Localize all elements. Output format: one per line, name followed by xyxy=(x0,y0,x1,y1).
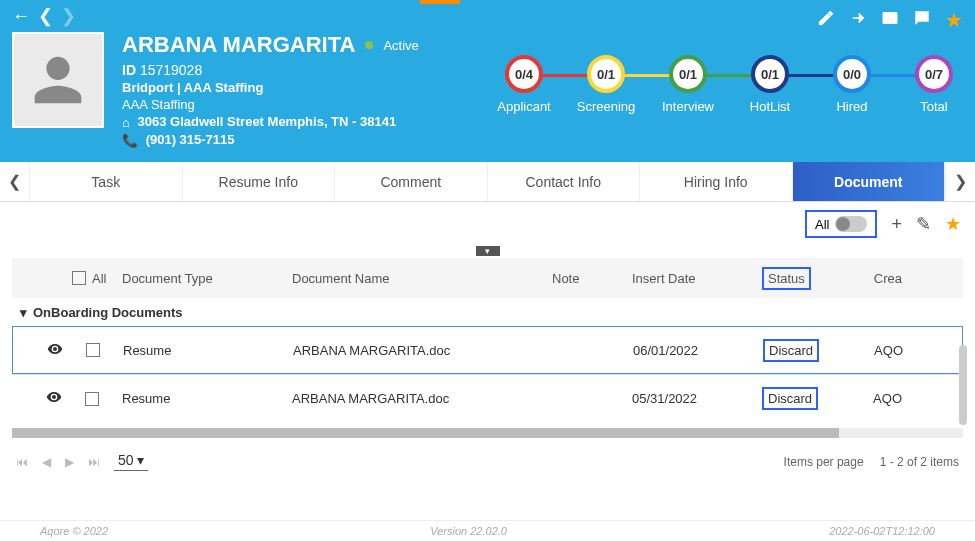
table-row[interactable]: ResumeARBANA MARGARITA.doc06/01/2022Disc… xyxy=(12,326,963,374)
items-range: 1 - 2 of 2 items xyxy=(880,455,959,469)
company-line-2: AAA Staffing xyxy=(122,97,419,112)
favorite-icon[interactable]: ★ xyxy=(945,213,961,235)
pager-next[interactable]: ▶ xyxy=(65,455,74,469)
col-date[interactable]: Insert Date xyxy=(632,271,762,286)
profile-name: ARBANA MARGARITA xyxy=(122,32,355,58)
select-all-checkbox[interactable] xyxy=(72,271,86,285)
cell-created: AQO xyxy=(843,343,903,358)
tab-comment[interactable]: Comment xyxy=(335,162,488,201)
stage-circle[interactable]: 0/1 xyxy=(751,55,789,93)
star-icon[interactable]: ★ xyxy=(945,8,963,32)
share-icon[interactable] xyxy=(849,9,867,31)
status-dot xyxy=(365,41,373,49)
view-icon[interactable] xyxy=(47,341,63,360)
stage-circle[interactable]: 0/1 xyxy=(669,55,707,93)
tab-scroll-left[interactable]: ❮ xyxy=(0,162,30,201)
phone-icon: 📞 xyxy=(122,133,138,148)
pipeline-stage-hired[interactable]: 0/0Hired xyxy=(811,55,893,114)
pager-first[interactable]: ⏮ xyxy=(16,455,28,469)
home-icon: ⌂ xyxy=(122,115,130,130)
pipeline-stage-screening[interactable]: 0/1Screening xyxy=(565,55,647,114)
phone: (901) 315-7115 xyxy=(146,132,235,147)
stage-circle[interactable]: 0/1 xyxy=(587,55,625,93)
cell-type: Resume xyxy=(122,391,292,406)
row-checkbox[interactable] xyxy=(85,392,99,406)
stage-label: Total xyxy=(920,99,947,114)
stage-circle[interactable]: 0/7 xyxy=(915,55,953,93)
stage-label: Hired xyxy=(836,99,867,114)
expand-handle[interactable]: ▾ xyxy=(476,246,500,256)
horizontal-scrollbar[interactable] xyxy=(12,428,963,438)
stage-circle[interactable]: 0/0 xyxy=(833,55,871,93)
table-row[interactable]: ResumeARBANA MARGARITA.doc05/31/2022Disc… xyxy=(12,374,963,422)
pipeline-stage-interview[interactable]: 0/1Interview xyxy=(647,55,729,114)
cell-status: Discard xyxy=(762,387,818,410)
col-type[interactable]: Document Type xyxy=(122,271,292,286)
stage-label: Applicant xyxy=(497,99,550,114)
cell-name: ARBANA MARGARITA.doc xyxy=(293,343,553,358)
col-name[interactable]: Document Name xyxy=(292,271,552,286)
vertical-scrollbar[interactable] xyxy=(959,345,967,425)
pipeline-stage-applicant[interactable]: 0/4Applicant xyxy=(483,55,565,114)
tab-task[interactable]: Task xyxy=(30,162,183,201)
company-line-1: Bridport | AAA Staffing xyxy=(122,80,419,95)
toggle-switch[interactable] xyxy=(835,216,867,232)
cell-date: 06/01/2022 xyxy=(633,343,763,358)
all-toggle[interactable]: All xyxy=(805,210,877,238)
group-label: OnBoarding Documents xyxy=(33,305,183,320)
pager-prev[interactable]: ◀ xyxy=(42,455,51,469)
footer-version: Version 22.02.0 xyxy=(430,525,507,537)
collapse-icon[interactable]: ▾ xyxy=(20,305,27,320)
pager-last[interactable]: ⏭ xyxy=(88,455,100,469)
stage-label: Interview xyxy=(662,99,714,114)
footer-timestamp: 2022-06-02T12:12:00 xyxy=(829,525,935,537)
cell-name: ARBANA MARGARITA.doc xyxy=(292,391,552,406)
pipeline-stage-hotlist[interactable]: 0/1HotList xyxy=(729,55,811,114)
cell-date: 05/31/2022 xyxy=(632,391,762,406)
col-note[interactable]: Note xyxy=(552,271,632,286)
cell-status: Discard xyxy=(763,339,819,362)
all-label: All xyxy=(815,217,829,232)
tab-resume-info[interactable]: Resume Info xyxy=(183,162,336,201)
id-label: ID xyxy=(122,62,136,78)
tab-contact-info[interactable]: Contact Info xyxy=(488,162,641,201)
stage-label: Screening xyxy=(577,99,636,114)
col-status[interactable]: Status xyxy=(762,267,811,290)
cell-type: Resume xyxy=(123,343,293,358)
table-header: All Document Type Document Name Note Ins… xyxy=(12,258,963,298)
group-row[interactable]: ▾ OnBoarding Documents xyxy=(12,298,963,326)
avatar xyxy=(12,32,104,128)
add-icon[interactable]: + xyxy=(891,214,902,235)
footer-copyright: Aqore © 2022 xyxy=(40,525,108,537)
col-created[interactable]: Crea xyxy=(842,271,902,286)
pipeline: 0/4Applicant0/1Screening0/1Interview0/1H… xyxy=(483,55,975,114)
page-size[interactable]: 50 ▾ xyxy=(114,452,148,471)
back-arrow[interactable]: ← xyxy=(12,6,30,27)
cell-created: AQO xyxy=(842,391,902,406)
stage-label: HotList xyxy=(750,99,790,114)
edit-icon[interactable] xyxy=(817,9,835,31)
prev-arrow[interactable]: ❮ xyxy=(38,5,53,27)
mail-icon[interactable] xyxy=(881,9,899,31)
row-checkbox[interactable] xyxy=(86,343,100,357)
view-icon[interactable] xyxy=(46,389,62,408)
tab-hiring-info[interactable]: Hiring Info xyxy=(640,162,793,201)
id-value: 15719028 xyxy=(140,62,202,78)
tab-document[interactable]: Document xyxy=(793,162,946,201)
status-text: Active xyxy=(383,38,418,53)
chat-icon[interactable] xyxy=(913,9,931,31)
col-all: All xyxy=(92,271,122,286)
tab-bar: ❮ TaskResume InfoCommentContact InfoHiri… xyxy=(0,162,975,202)
address: 3063 Gladwell Street Memphis, TN - 38141 xyxy=(137,114,396,129)
items-per-page-label: Items per page xyxy=(784,455,864,469)
edit-action-icon[interactable]: ✎ xyxy=(916,213,931,235)
stage-circle[interactable]: 0/4 xyxy=(505,55,543,93)
tab-scroll-right[interactable]: ❯ xyxy=(945,162,975,201)
next-arrow[interactable]: ❯ xyxy=(61,5,76,27)
pipeline-stage-total[interactable]: 0/7Total xyxy=(893,55,975,114)
